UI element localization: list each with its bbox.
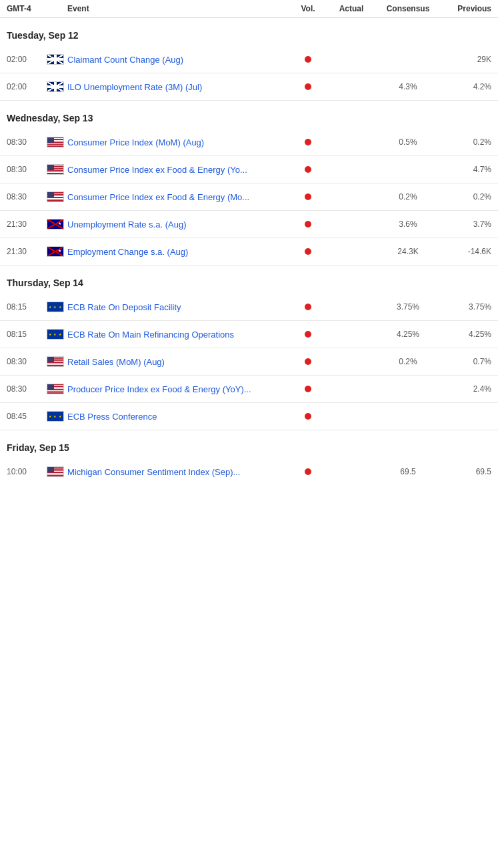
event-consensus: 0.5%	[378, 137, 438, 147]
event-vol	[291, 165, 325, 175]
event-name[interactable]: Claimant Count Change (Aug)	[67, 55, 291, 65]
day-section-2: Thursday, Sep 14	[0, 266, 498, 294]
day-section-0: Tuesday, Sep 12	[0, 18, 498, 46]
event-name[interactable]: Unemployment Rate s.a. (Aug)	[67, 220, 291, 230]
event-flag	[43, 302, 67, 312]
event-flag	[43, 246, 67, 257]
flag-us-icon	[47, 164, 64, 175]
event-previous: 2.4%	[438, 384, 491, 394]
flag-us-icon	[47, 384, 64, 394]
event-name[interactable]: ILO Unemployment Rate (3M) (Jul)	[67, 82, 291, 92]
event-name[interactable]: Producer Price Index ex Food & Energy (Y…	[67, 384, 291, 394]
day-label-1: Wednesday, Sep 13	[7, 113, 491, 123]
table-row: 10:00Michigan Consumer Sentiment Index (…	[0, 458, 498, 485]
event-name[interactable]: ECB Rate On Main Refinancing Operations	[67, 330, 291, 340]
table-row: 08:30Consumer Price Index ex Food & Ener…	[0, 156, 498, 183]
flag-us-icon	[47, 137, 64, 147]
flag-eu-icon	[47, 411, 64, 422]
event-flag	[43, 329, 67, 340]
vol-dot-icon	[305, 83, 311, 90]
table-row: 21:30Unemployment Rate s.a. (Aug)3.6%3.7…	[0, 211, 498, 238]
table-row: 08:15ECB Rate On Main Refinancing Operat…	[0, 321, 498, 348]
table-row: 08:30Producer Price Index ex Food & Ener…	[0, 376, 498, 403]
calendar-body: Tuesday, Sep 1202:00Claimant Count Chang…	[0, 18, 498, 485]
event-previous: 4.25%	[438, 330, 491, 339]
event-flag	[43, 81, 67, 92]
event-name[interactable]: ECB Rate On Deposit Facility	[67, 302, 291, 312]
event-flag	[43, 411, 67, 422]
event-vol	[291, 412, 325, 422]
day-label-3: Friday, Sep 15	[7, 442, 491, 453]
event-vol	[291, 55, 325, 65]
flag-eu-icon	[47, 302, 64, 312]
event-flag	[43, 219, 67, 230]
event-previous: -14.6K	[438, 247, 491, 256]
event-name[interactable]: Retail Sales (MoM) (Aug)	[67, 357, 291, 367]
event-consensus: 3.6%	[378, 220, 438, 229]
event-time: 02:00	[7, 82, 43, 91]
event-time: 08:30	[7, 137, 43, 147]
event-previous: 69.5	[438, 467, 491, 476]
event-time: 08:15	[7, 302, 43, 312]
day-label-2: Thursday, Sep 14	[7, 278, 491, 288]
event-previous: 4.2%	[438, 82, 491, 91]
event-consensus: 24.3K	[378, 247, 438, 256]
table-row: 08:30Consumer Price Index (MoM) (Aug)0.5…	[0, 129, 498, 156]
vol-dot-icon	[305, 331, 311, 338]
event-previous: 0.2%	[438, 192, 491, 201]
event-flag	[43, 191, 67, 202]
event-time: 02:00	[7, 55, 43, 64]
event-time: 08:30	[7, 192, 43, 201]
flag-eu-icon	[47, 329, 64, 340]
event-vol	[291, 247, 325, 257]
event-previous: 29K	[438, 55, 491, 64]
event-name[interactable]: Consumer Price Index ex Food & Energy (Y…	[67, 165, 291, 175]
event-name[interactable]: ECB Press Conference	[67, 412, 291, 422]
event-flag	[43, 384, 67, 394]
col-header-event: Event	[67, 4, 291, 13]
table-row: 08:30Consumer Price Index ex Food & Ener…	[0, 183, 498, 211]
vol-dot-icon	[305, 193, 311, 200]
col-header-actual: Actual	[325, 4, 378, 13]
event-consensus: 0.2%	[378, 357, 438, 366]
event-flag	[43, 137, 67, 147]
vol-dot-icon	[305, 468, 311, 475]
event-name[interactable]: Consumer Price Index ex Food & Energy (M…	[67, 192, 291, 202]
flag-us-icon	[47, 466, 64, 477]
event-flag	[43, 466, 67, 477]
flag-au-icon	[47, 246, 64, 257]
vol-dot-icon	[305, 413, 311, 420]
event-name[interactable]: Employment Change s.a. (Aug)	[67, 247, 291, 257]
col-header-previous: Previous	[438, 4, 491, 13]
vol-dot-icon	[305, 221, 311, 228]
vol-dot-icon	[305, 386, 311, 392]
event-time: 08:15	[7, 330, 43, 339]
event-time: 10:00	[7, 467, 43, 476]
event-time: 08:30	[7, 384, 43, 394]
event-vol	[291, 357, 325, 367]
col-header-consensus: Consensus	[378, 4, 438, 13]
event-name[interactable]: Consumer Price Index (MoM) (Aug)	[67, 137, 291, 147]
event-time: 21:30	[7, 220, 43, 229]
event-flag	[43, 164, 67, 175]
flag-au-icon	[47, 219, 64, 230]
flag-gb-icon	[47, 81, 64, 92]
event-previous: 3.7%	[438, 220, 491, 229]
day-section-1: Wednesday, Sep 13	[0, 101, 498, 129]
event-flag	[43, 356, 67, 367]
event-time: 08:30	[7, 357, 43, 366]
table-row: 21:30Employment Change s.a. (Aug)24.3K-1…	[0, 238, 498, 266]
event-time: 08:30	[7, 165, 43, 174]
event-vol	[291, 82, 325, 92]
table-row: 08:45ECB Press Conference	[0, 403, 498, 430]
event-vol	[291, 467, 325, 477]
col-header-vol: Vol.	[291, 4, 325, 13]
table-row: 08:15ECB Rate On Deposit Facility3.75%3.…	[0, 294, 498, 321]
vol-dot-icon	[305, 304, 311, 310]
event-name[interactable]: Michigan Consumer Sentiment Index (Sep).…	[67, 467, 291, 477]
event-previous: 0.2%	[438, 137, 491, 147]
event-previous: 0.7%	[438, 357, 491, 366]
flag-gb-icon	[47, 54, 64, 65]
event-vol	[291, 220, 325, 230]
col-header-time: GMT-4	[7, 4, 43, 13]
